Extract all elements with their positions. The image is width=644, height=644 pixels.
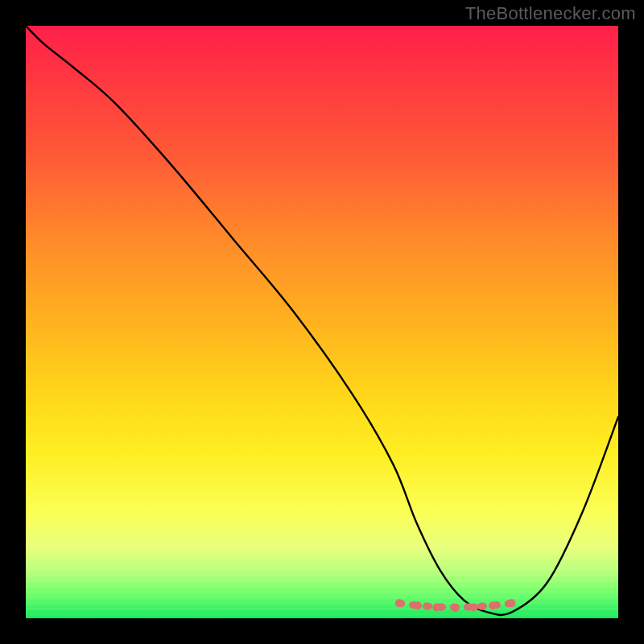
bottleneck-curve xyxy=(26,26,618,615)
trough-marker-dots xyxy=(395,599,516,612)
chart-svg xyxy=(26,26,618,618)
watermark-text: TheBottlenecker.com xyxy=(465,3,636,24)
trough-dot xyxy=(508,599,516,607)
trough-dot xyxy=(414,601,422,609)
trough-dot xyxy=(395,599,403,607)
trough-dot xyxy=(489,601,497,609)
trough-dot xyxy=(470,604,478,612)
trough-marker xyxy=(399,603,512,607)
gradient-banding xyxy=(26,546,618,618)
trough-dot xyxy=(452,604,460,612)
chart-frame: TheBottlenecker.com xyxy=(0,0,644,644)
trough-dot xyxy=(432,604,440,612)
plot-area xyxy=(26,26,618,618)
